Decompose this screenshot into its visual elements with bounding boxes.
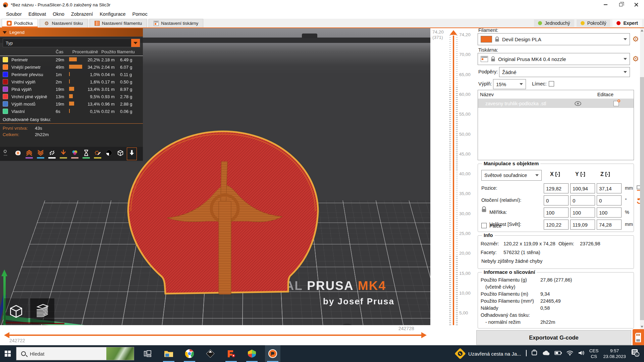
legend-bar-cell <box>69 79 85 84</box>
filament-settings-gear-icon[interactable]: ⚙ <box>631 35 640 44</box>
wifi-icon[interactable] <box>566 350 574 357</box>
time-estimate-icon[interactable] <box>81 147 91 160</box>
chevron-up-icon[interactable] <box>526 351 527 357</box>
move-slider-track[interactable] <box>9 335 421 336</box>
legend-header[interactable]: Legend <box>0 28 143 37</box>
tab-podložka[interactable]: Podložka <box>2 19 38 27</box>
object-list[interactable]: Název Editace zavesny truhlik-podlozka .… <box>478 90 634 160</box>
legend-weight: 0.11 g <box>120 72 138 77</box>
supports-select[interactable]: Žádné <box>499 67 630 77</box>
tab-nastavení-filamentu[interactable]: Nastavení filamentu <box>90 19 147 27</box>
shells-icon[interactable] <box>104 147 114 160</box>
manip-y-input[interactable]: 100 <box>570 207 595 218</box>
errors-text: Nebyly zjištěny žádné chyby <box>481 258 542 264</box>
retractions-icon[interactable] <box>24 147 34 160</box>
menu-editovat[interactable]: Editovat <box>25 10 49 18</box>
manip-y-input[interactable]: 100,94 <box>570 183 595 193</box>
custom-gcode-icon[interactable] <box>93 147 103 160</box>
color-print-icon[interactable] <box>70 147 80 160</box>
sliced-view-button[interactable] <box>30 298 54 324</box>
chrome-icon[interactable] <box>182 345 197 362</box>
eye-icon[interactable] <box>575 101 581 106</box>
volume-icon[interactable] <box>578 350 585 357</box>
tab-nastavení-tisku[interactable]: ⚙Nastavení tisku <box>40 19 88 27</box>
printer-settings-gear-icon[interactable]: ⚙ <box>631 55 640 63</box>
panel-scrollbar[interactable] <box>640 28 644 329</box>
move-slider-left-handle[interactable] <box>4 332 9 338</box>
infill-select[interactable]: 15% <box>493 79 526 89</box>
move-slider-left-value: 242722 <box>9 338 25 343</box>
menu-zobrazení[interactable]: Zobrazení <box>68 10 96 18</box>
manip-z-input[interactable]: 100 <box>597 207 622 218</box>
mode-expert[interactable]: Expert <box>612 19 642 27</box>
restore-button[interactable] <box>613 0 629 9</box>
edit-object-icon[interactable] <box>613 101 619 106</box>
color-change-icon[interactable] <box>58 147 68 160</box>
scrollbar-thumb[interactable] <box>640 77 644 320</box>
manip-z-input[interactable]: 74,28 <box>597 220 622 230</box>
menu-soubor[interactable]: Soubor <box>3 10 25 18</box>
menu-konfigurace[interactable]: Konfigurace <box>96 10 129 18</box>
title-bar[interactable]: *Bez názvu - PrusaSlicer-2.6.0 založený … <box>0 0 644 9</box>
inches-checkbox[interactable] <box>481 223 487 228</box>
pause-icon[interactable] <box>13 147 23 160</box>
sd-card-icon[interactable] <box>633 329 644 346</box>
notification-toast[interactable]: Uzavřená cesta na Ja... <box>456 350 521 358</box>
manip-y-input[interactable]: 119,09 <box>570 220 595 230</box>
right-panel: Filament: Devil Design PLA ⚙ Tiskárna: O… <box>476 28 644 345</box>
export-gcode-button[interactable]: Exportovat G-code <box>476 330 631 345</box>
tablet-icon[interactable] <box>531 350 538 358</box>
inkscape-icon[interactable] <box>203 345 218 362</box>
manip-z-input[interactable]: 37,14 <box>597 183 622 193</box>
battery-icon[interactable] <box>554 351 562 357</box>
manip-y-input[interactable]: 0 <box>570 195 595 205</box>
travel-icon[interactable] <box>1 147 11 160</box>
avg-icon[interactable] <box>244 345 260 362</box>
manip-x-input[interactable]: 100 <box>544 207 569 218</box>
scroll-down-icon[interactable] <box>641 326 643 328</box>
manip-z-input[interactable]: 0 <box>597 195 622 205</box>
type-dropdown-button[interactable] <box>131 39 140 47</box>
manip-x-input[interactable]: 120,22 <box>544 220 569 230</box>
legend-visibility-icon[interactable] <box>127 147 137 160</box>
deretractions-icon[interactable] <box>36 147 46 160</box>
scale-lock-icon[interactable] <box>481 206 487 213</box>
language-indicator[interactable]: CESCS <box>589 348 599 359</box>
brim-checkbox[interactable] <box>549 81 554 86</box>
close-button[interactable] <box>629 0 644 9</box>
filament-select[interactable]: Devil Design PLA <box>478 33 630 45</box>
menu-pomoc[interactable]: Pomoc <box>129 10 151 18</box>
search-daily-image[interactable] <box>106 347 134 360</box>
box-icon[interactable] <box>115 147 125 160</box>
layer-slider-track[interactable] <box>453 36 454 335</box>
menu-bar: SouborEditovatOknoZobrazeníKonfiguracePo… <box>0 9 644 19</box>
3d-view-button[interactable] <box>4 298 28 324</box>
prusaslicer-icon[interactable] <box>265 345 280 362</box>
menu-okno[interactable]: Okno <box>49 10 68 18</box>
seams-icon[interactable] <box>47 147 57 160</box>
mode-jednoduchý[interactable]: Jednoduchý <box>534 19 574 27</box>
mode-pokročilý[interactable]: Pokročilý <box>577 19 610 27</box>
task-view-icon[interactable] <box>140 345 156 362</box>
3d-viewport[interactable]: ORIGINAL PRUSA MK4 by Josef Prusa <box>0 28 430 325</box>
layer-slider-top-handle[interactable] <box>450 30 457 35</box>
freecad-icon[interactable] <box>223 345 239 362</box>
scroll-up-icon[interactable] <box>641 29 643 32</box>
onedrive-icon[interactable] <box>542 350 550 357</box>
start-button[interactable] <box>0 345 15 362</box>
clock[interactable]: 9:5723.08.2023 <box>603 348 626 359</box>
printer-select[interactable]: Original Prusa MK4 0.4 nozzle <box>478 53 630 65</box>
search-placeholder: Hledat <box>30 351 44 357</box>
action-center-icon[interactable]: 1 <box>631 349 641 359</box>
move-slider-right-handle[interactable] <box>421 332 427 338</box>
manip-x-input[interactable]: 129,82 <box>544 183 569 193</box>
object-list-row[interactable]: zavesny truhlik-podlozka .stl <box>478 99 634 108</box>
taskbar-search[interactable]: Hledat <box>16 347 134 360</box>
view-type-select[interactable]: Typ <box>3 39 140 47</box>
minimize-button[interactable] <box>598 0 613 9</box>
coordinate-system-select[interactable]: Světové souřadnice <box>481 170 542 181</box>
tab-nastavení-tiskárny[interactable]: Nastavení tiskárny <box>149 19 203 27</box>
sliced-object[interactable] <box>121 90 329 298</box>
manip-x-input[interactable]: 0 <box>544 195 569 205</box>
explorer-icon[interactable] <box>161 345 176 362</box>
